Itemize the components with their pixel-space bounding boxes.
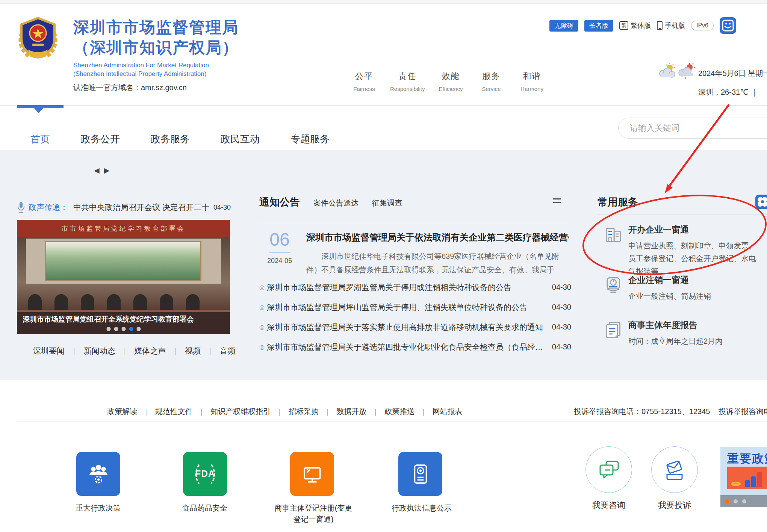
carousel-next-icon[interactable]: ▶ (104, 166, 110, 175)
tab-media-voice[interactable]: 媒体之声 (134, 346, 166, 356)
elder-version-button[interactable]: 长者版 (584, 20, 613, 32)
value-en: Harmony (517, 86, 547, 92)
news-carousel-photo[interactable]: 市市场监管局党纪学习教育部署会 深圳市市场监管局党组召开全系统党纪学习教育部署会 (17, 220, 230, 334)
carousel-dot[interactable] (136, 327, 141, 331)
tab-shenzhen-news[interactable]: 深圳要闻 (33, 346, 65, 356)
agency-name-en-line1: Shenzhen Administration For Market Regul… (73, 61, 239, 70)
tab-video[interactable]: 视频 (185, 346, 201, 356)
tab-news-updates[interactable]: 新闻动态 (84, 346, 115, 356)
policy-dot[interactable] (742, 499, 746, 503)
nav-item-special-services[interactable]: 专题服务 (290, 133, 330, 146)
complaint-button[interactable] (651, 446, 698, 493)
service-title[interactable]: 开办企业一窗通 (628, 224, 766, 236)
carousel-prev-icon[interactable]: ◀ (94, 166, 100, 175)
notice-item-title[interactable]: 深圳市市场监督管理局罗湖监管局关于停用或注销相关特种设备的公告 (267, 282, 545, 293)
photo-caption-bar: 深圳市市场监管局党组召开全系统党纪学习教育部署会 (17, 312, 230, 334)
value-cn: 和谐 (517, 71, 547, 82)
nav-item-interaction[interactable]: 政民互动 (221, 133, 260, 146)
tile-major-decisions[interactable] (76, 452, 120, 496)
notice-list-item[interactable]: ◎ 深圳市市场监督管理局关于遴选第四批专业化职业化食品安全检查员（食品经营）..… (259, 337, 571, 357)
value-cn: 责任 (390, 71, 425, 82)
footer-link-normative-documents[interactable]: 规范性文件 (155, 407, 193, 417)
tile-food-drug-safety[interactable]: FDA (183, 452, 227, 496)
carousel-dot[interactable] (114, 327, 118, 331)
traditional-version-label: 繁体版 (631, 21, 651, 30)
service-item-deregister[interactable]: 企业注销一窗通 企业一般注销、简易注销 (604, 274, 766, 302)
footer-link-ip-rights-guide[interactable]: 知识产权维权指引 (210, 407, 271, 417)
notice-list-item[interactable]: ◎ 深圳市市场监督管理局坪山监管局关于停用、注销失联单位特种设备的公告 04-3… (259, 297, 571, 317)
service-title[interactable]: 商事主体年度报告 (628, 319, 766, 331)
tile-label-business-registration[interactable]: 商事主体登记注册(变更登记一窗通) (272, 502, 355, 525)
complaint-hotline-more: 投诉举报咨询电 (719, 407, 767, 417)
ipv6-badge[interactable]: IPv6 (691, 21, 714, 30)
notice-item-title[interactable]: 深圳市市场监督管理局关于遴选第四批专业化职业化食品安全检查员（食品经营）... (267, 342, 545, 352)
app-qr-icon[interactable] (720, 17, 736, 34)
tab-case-announcements[interactable]: 案件公告送达 (313, 198, 359, 208)
more-menu-icon[interactable] (553, 198, 561, 206)
traditional-chinese-icon: 繁 (619, 21, 628, 30)
agency-name-en-line2: (Shenzhen Intellectual Property Administ… (73, 70, 239, 78)
featured-title[interactable]: 深圳市市场监督管理局关于依法取消有关企业第二类医疗器械经营备... (306, 231, 569, 243)
carousel-dot-active[interactable] (129, 327, 133, 331)
footer-link-policy-push[interactable]: 政策推送 (384, 407, 415, 417)
traditional-version-link[interactable]: 繁 繁体版 (619, 21, 651, 30)
report-documents-icon (604, 321, 622, 340)
footer-link-site-reports[interactable]: 网站报表 (433, 407, 463, 417)
value-en: Efficiency (436, 86, 466, 92)
nav-item-gov-info[interactable]: 政务公开 (81, 133, 120, 146)
tile-label-law-enforcement-disclosure[interactable]: 行政执法信息公示 (380, 502, 463, 514)
photo-landscape-painting (46, 242, 200, 280)
footer-link-bidding[interactable]: 招标采购 (289, 407, 319, 417)
nav-item-gov-services[interactable]: 政务服务 (151, 133, 190, 146)
notice-list: ◎ 深圳市市场监督管理局罗湖监管局关于停用或注销相关特种设备的公告 04-30 … (259, 277, 571, 357)
tab-notice-announcements[interactable]: 通知公告 (259, 195, 300, 209)
notice-item-title[interactable]: 深圳市市场监督管理局坪山监管局关于停用、注销失联单位特种设备的公告 (267, 302, 545, 313)
sun-cloud-icon (658, 63, 676, 79)
bullet-icon: ◎ (259, 323, 265, 331)
footer-separator: ｜ (420, 407, 427, 416)
agency-name-cn-line1: 深圳市市场监督管理局 (73, 17, 239, 38)
consult-button[interactable] (585, 446, 632, 493)
consult-label[interactable]: 我要咨询 (585, 500, 632, 511)
tile-label-major-decisions[interactable]: 重大行政决策 (57, 502, 139, 514)
complaint-hotline: 投诉举报咨询电话：0755-12315、12345 (574, 407, 710, 417)
policy-dot[interactable] (734, 499, 738, 503)
service-title[interactable]: 企业注销一窗通 (628, 274, 766, 286)
fda-text: FDA (195, 468, 215, 478)
featured-text-block: 深圳市市场监督管理局关于依法取消有关企业第二类医疗器械经营备... 深圳市世纪佳… (306, 231, 569, 277)
core-value-fairness: 公平 Fairness (349, 71, 379, 92)
service-desc: 时间：成立周年之日起2月内 (628, 335, 760, 348)
news-ticker[interactable]: 政声传递： 中共中央政治局召开会议 决定召开二十届三... 04-30 (17, 201, 231, 213)
mobile-version-link[interactable]: 手机版 (657, 21, 685, 30)
policy-banner[interactable]: 重要政策 (720, 447, 767, 507)
tab-surveys[interactable]: 征集调查 (372, 198, 402, 208)
tile-label-food-drug-safety[interactable]: 食品药品安全 (163, 502, 246, 514)
footer-link-open-data[interactable]: 数据开放 (337, 407, 367, 417)
policy-banner-title: 重要政策 (727, 451, 767, 467)
nav-items: 首页 政务公开 政务服务 政民互动 专题服务 (30, 133, 330, 146)
tab-separator: ｜ (207, 346, 214, 356)
accessibility-button[interactable]: 无障碍 (549, 20, 578, 32)
carousel-dot[interactable] (121, 327, 126, 331)
search-input[interactable] (630, 123, 765, 133)
photo-caption[interactable]: 深圳市市场监管局党组召开全系统党纪学习教育部署会 (23, 314, 194, 324)
nav-item-home[interactable]: 首页 (30, 133, 50, 146)
tab-audio[interactable]: 音频 (220, 346, 236, 356)
official-domain-note: 认准唯一官方域名：amr.sz.gov.cn (73, 83, 187, 93)
service-item-open-business[interactable]: 开办企业一窗通 申请营业执照、刻制印章、申领发票、员工参保登记、公积金开户登记、… (604, 224, 766, 278)
ticker-headline[interactable]: 中共中央政治局召开会议 决定召开二十届三... (73, 202, 209, 213)
tile-business-registration[interactable] (290, 452, 334, 496)
policy-dot-active[interactable] (725, 499, 729, 503)
footer-link-policy-interpretation[interactable]: 政策解读 (107, 407, 137, 417)
service-item-annual-report[interactable]: 商事主体年度报告 时间：成立周年之日起2月内 (604, 319, 766, 348)
notice-divider (259, 223, 571, 223)
services-flower-icon[interactable] (755, 195, 767, 209)
complaint-label[interactable]: 我要投诉 (651, 500, 698, 511)
tile-law-enforcement-disclosure[interactable] (398, 452, 442, 496)
mobile-phone-icon (657, 21, 663, 30)
notice-list-item[interactable]: ◎ 深圳市市场监督管理局罗湖监管局关于停用或注销相关特种设备的公告 04-30 (259, 277, 571, 297)
notice-item-title[interactable]: 深圳市市场监督管理局关于落实禁止使用高排放非道路移动机械有关要求的通知 (267, 322, 545, 332)
notice-list-item[interactable]: ◎ 深圳市市场监督管理局关于落实禁止使用高排放非道路移动机械有关要求的通知 04… (259, 317, 571, 337)
footer-separator: ｜ (276, 407, 283, 416)
carousel-dot[interactable] (106, 327, 110, 331)
